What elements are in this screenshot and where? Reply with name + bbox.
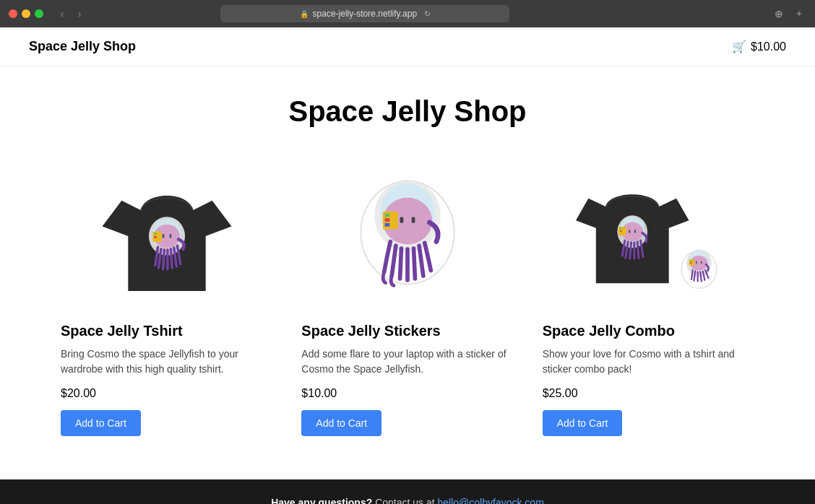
footer-contact-text: Contact us at: [375, 497, 435, 504]
new-tab-icon[interactable]: ＋: [792, 6, 806, 21]
svg-rect-32: [689, 259, 695, 266]
svg-rect-31: [701, 261, 702, 264]
site-footer: Have any questions? Contact us at hello@…: [0, 479, 815, 504]
products-grid: Space Jelly Tshirt Bring Cosmo the space…: [61, 164, 754, 436]
product-card-stickers: Space Jelly Stickers Add some flare to y…: [301, 164, 513, 436]
footer-contact-label: Have any questions?: [271, 497, 372, 504]
svg-rect-21: [629, 230, 630, 233]
product-desc-tshirt: Bring Cosmo the space Jellyfish to your …: [61, 347, 272, 377]
product-desc-stickers: Add some flare to your laptop with a sti…: [301, 347, 513, 377]
site-main: Space Jelly Shop: [0, 66, 815, 479]
url-text: space-jelly-store.netlify.app: [313, 9, 418, 19]
traffic-lights: [9, 9, 43, 18]
product-name-stickers: Space Jelly Stickers: [301, 323, 513, 339]
svg-rect-15: [385, 214, 390, 217]
svg-rect-4: [169, 234, 171, 238]
svg-rect-17: [385, 223, 390, 227]
svg-rect-6: [154, 233, 157, 235]
product-image-tshirt: [61, 164, 272, 308]
svg-rect-24: [620, 228, 622, 230]
extensions-icon[interactable]: ⊕: [772, 6, 786, 21]
footer-email-link[interactable]: hello@colbyfayock.com: [438, 497, 544, 504]
svg-rect-22: [634, 230, 636, 233]
add-to-cart-combo[interactable]: Add to Cart: [543, 410, 623, 436]
add-to-cart-stickers[interactable]: Add to Cart: [301, 410, 381, 436]
cart-button[interactable]: 🛒 $10.00: [732, 40, 786, 53]
svg-rect-33: [691, 261, 692, 262]
svg-rect-7: [154, 236, 157, 238]
product-image-combo: [543, 164, 754, 308]
svg-rect-3: [162, 234, 164, 238]
browser-actions: ⊕ ＋: [772, 6, 806, 21]
svg-rect-30: [696, 261, 697, 264]
page-title: Space Jelly Shop: [29, 95, 786, 128]
forward-arrow-icon[interactable]: ›: [72, 6, 87, 21]
product-name-combo: Space Jelly Combo: [543, 323, 754, 339]
product-price-stickers: $10.00: [301, 387, 513, 400]
browser-nav: ‹ ›: [55, 6, 87, 21]
product-card-tshirt: Space Jelly Tshirt Bring Cosmo the space…: [61, 164, 272, 436]
back-arrow-icon[interactable]: ‹: [55, 6, 69, 21]
svg-rect-16: [385, 218, 390, 222]
product-desc-combo: Show your love for Cosmo with a tshirt a…: [543, 347, 754, 377]
maximize-button[interactable]: [35, 9, 43, 18]
address-bar[interactable]: 🔒 space-jelly-store.netlify.app ↻: [220, 5, 509, 22]
svg-rect-25: [620, 230, 622, 232]
add-to-cart-tshirt[interactable]: Add to Cart: [61, 410, 141, 436]
site-logo[interactable]: Space Jelly Shop: [29, 39, 136, 54]
svg-rect-34: [691, 263, 692, 264]
close-button[interactable]: [9, 9, 17, 18]
cart-icon: 🛒: [732, 40, 746, 53]
product-card-combo: Space Jelly Combo Show your love for Cos…: [543, 164, 754, 436]
refresh-icon[interactable]: ↻: [424, 9, 431, 19]
footer-contact: Have any questions? Contact us at hello@…: [29, 497, 786, 504]
minimize-button[interactable]: [22, 9, 30, 18]
site-wrapper: Space Jelly Shop 🛒 $10.00 Space Jelly Sh…: [0, 27, 815, 504]
browser-chrome: ‹ › 🔒 space-jelly-store.netlify.app ↻ ⊕ …: [0, 0, 815, 27]
product-price-tshirt: $20.00: [61, 387, 272, 400]
product-image-stickers: [301, 164, 513, 308]
lock-icon: 🔒: [300, 10, 309, 18]
svg-rect-23: [618, 227, 626, 235]
product-name-tshirt: Space Jelly Tshirt: [61, 323, 272, 339]
site-header: Space Jelly Shop 🛒 $10.00: [0, 27, 815, 66]
svg-rect-13: [412, 217, 415, 223]
product-price-combo: $25.00: [543, 387, 754, 400]
cart-total: $10.00: [751, 40, 786, 53]
svg-rect-12: [400, 217, 404, 223]
